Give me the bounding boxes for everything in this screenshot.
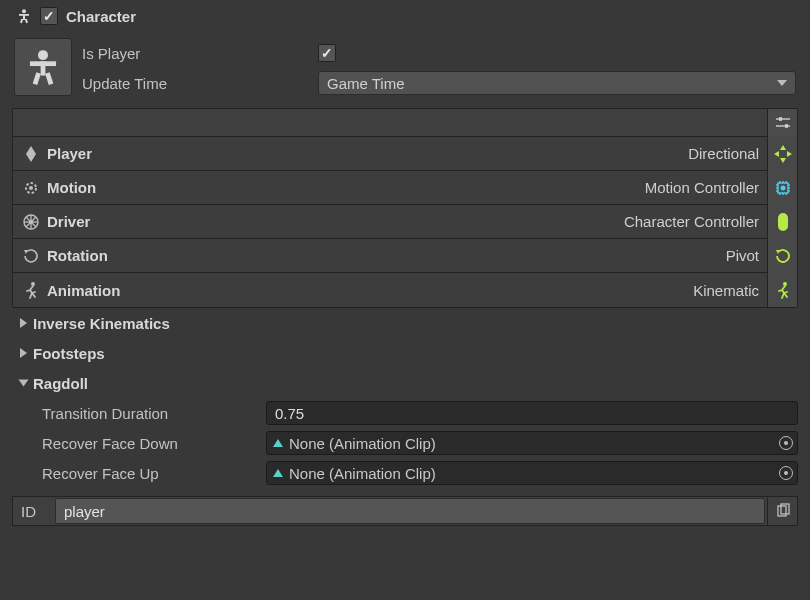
transition-duration-label: Transition Duration [42, 405, 266, 422]
component-header[interactable]: Character [12, 4, 798, 28]
object-picker-icon[interactable] [779, 436, 793, 450]
wheel-icon [19, 213, 43, 231]
unit-value: Directional [688, 145, 763, 162]
svg-marker-43 [776, 250, 780, 254]
unit-value: Motion Controller [645, 179, 763, 196]
svg-rect-4 [25, 19, 28, 23]
svg-rect-41 [778, 213, 788, 231]
svg-point-20 [29, 186, 33, 190]
units-list: Player Directional Motion Motion Control… [12, 108, 798, 308]
svg-rect-3 [20, 19, 23, 23]
foldout-ragdoll[interactable]: Ragdoll [12, 368, 798, 398]
svg-marker-18 [787, 151, 792, 157]
svg-marker-15 [780, 145, 786, 150]
unit-label: Animation [47, 282, 120, 299]
is-player-label: Is Player [82, 45, 318, 62]
svg-point-5 [38, 50, 48, 60]
svg-point-22 [780, 185, 785, 190]
update-time-label: Update Time [82, 75, 318, 92]
animation-clip-icon [273, 439, 283, 447]
chip-icon[interactable] [767, 171, 797, 205]
object-picker-icon[interactable] [779, 466, 793, 480]
foldout-label: Ragdoll [33, 375, 88, 392]
update-time-dropdown[interactable]: Game Time [318, 71, 796, 95]
unit-label: Rotation [47, 247, 108, 264]
rotate-accent-icon[interactable] [767, 239, 797, 273]
recover-face-up-label: Recover Face Up [42, 465, 266, 482]
component-enable-checkbox[interactable] [40, 7, 58, 25]
recover-face-down-label: Recover Face Down [42, 435, 266, 452]
svg-marker-17 [774, 151, 779, 157]
recover-face-up-field[interactable]: None (Animation Clip) [266, 461, 798, 485]
capsule-icon[interactable] [767, 205, 797, 239]
unit-row-driver[interactable]: Driver Character Controller [13, 205, 797, 239]
svg-rect-7 [41, 61, 46, 75]
chevron-right-icon [20, 348, 27, 358]
run-accent-icon[interactable] [767, 273, 797, 307]
rotate-icon [19, 247, 43, 265]
run-icon [19, 281, 43, 299]
unit-label: Driver [47, 213, 90, 230]
recover-face-down-field[interactable]: None (Animation Clip) [266, 431, 798, 455]
svg-rect-13 [785, 124, 788, 128]
svg-rect-12 [779, 117, 782, 121]
chevron-down-icon [777, 80, 787, 86]
svg-rect-8 [33, 72, 41, 85]
foldout-label: Footsteps [33, 345, 105, 362]
chevron-down-icon [19, 380, 29, 387]
unit-value: Character Controller [624, 213, 763, 230]
foldout-inverse-kinematics[interactable]: Inverse Kinematics [12, 308, 798, 338]
diamond-icon [19, 145, 43, 163]
component-title: Character [66, 8, 136, 25]
animation-clip-icon [273, 469, 283, 477]
unit-row-motion[interactable]: Motion Motion Controller [13, 171, 797, 205]
id-input[interactable]: player [55, 498, 765, 524]
svg-rect-9 [45, 72, 53, 85]
svg-marker-14 [26, 146, 36, 162]
id-row: ID player [12, 496, 798, 526]
component-thumbnail[interactable] [14, 38, 72, 96]
update-time-value: Game Time [327, 75, 405, 92]
unit-row-player[interactable]: Player Directional [13, 137, 797, 171]
unit-row-animation[interactable]: Animation Kinematic [13, 273, 797, 307]
unit-value: Kinematic [693, 282, 763, 299]
unit-value: Pivot [726, 247, 763, 264]
person-icon [16, 8, 32, 24]
svg-point-0 [22, 9, 26, 13]
chevron-right-icon [20, 318, 27, 328]
unit-label: Player [47, 145, 92, 162]
dpad-icon[interactable] [767, 137, 797, 171]
transition-duration-input[interactable]: 0.75 [266, 401, 798, 425]
settings-sliders-button[interactable] [767, 109, 797, 137]
unit-row-rotation[interactable]: Rotation Pivot [13, 239, 797, 273]
unit-label: Motion [47, 179, 96, 196]
svg-rect-2 [23, 14, 25, 20]
copy-button[interactable] [767, 496, 797, 526]
foldout-footsteps[interactable]: Footsteps [12, 338, 798, 368]
foldout-label: Inverse Kinematics [33, 315, 170, 332]
is-player-checkbox[interactable] [318, 44, 336, 62]
svg-marker-42 [24, 250, 28, 254]
svg-marker-16 [780, 158, 786, 163]
gear-icon [19, 179, 43, 197]
id-label: ID [13, 503, 53, 520]
